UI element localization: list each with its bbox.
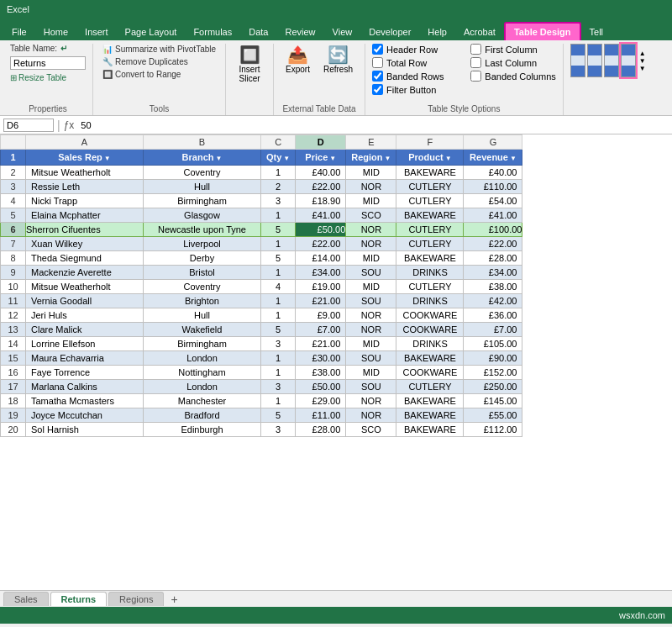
cell-4-G[interactable]: £54.00 <box>464 194 522 208</box>
cell-14-D[interactable]: £21.00 <box>296 337 346 351</box>
add-sheet-button[interactable]: + <box>165 591 182 608</box>
cell-15-D[interactable]: £30.00 <box>296 351 346 366</box>
cell-8-D[interactable]: £14.00 <box>296 251 346 266</box>
cell-20-B[interactable]: Edinburgh <box>144 423 261 437</box>
cell-7-B[interactable]: Liverpool <box>144 237 261 251</box>
filter-button-checkbox[interactable]: Filter Button <box>372 84 556 95</box>
cell-4-F[interactable]: CUTLERY <box>396 194 464 208</box>
cell-8-F[interactable]: BAKEWARE <box>396 251 464 266</box>
ribbon-tab-insert[interactable]: Insert <box>76 24 117 40</box>
insert-slicer-button[interactable]: 🔲 Insert Slicer <box>233 44 266 86</box>
cell-2-E[interactable]: MID <box>346 166 396 180</box>
cell-5-B[interactable]: Glasgow <box>144 208 261 223</box>
col-header-B[interactable]: B <box>144 135 261 150</box>
table-row[interactable]: 12Jeri HulsHull1£9.00NORCOOKWARE£36.00 <box>1 308 522 323</box>
cell-16-A[interactable]: Faye Torrence <box>26 366 144 380</box>
table-header-branch[interactable]: Branch▼ <box>144 150 261 166</box>
table-header-revenue[interactable]: Revenue▼ <box>464 150 522 166</box>
cell-11-E[interactable]: SOU <box>346 294 396 308</box>
cell-3-A[interactable]: Ressie Leth <box>26 180 144 194</box>
convert-to-range-button[interactable]: 🔲 Convert to Range <box>100 69 218 80</box>
ribbon-tab-developer[interactable]: Developer <box>360 24 419 40</box>
cell-16-F[interactable]: COOKWARE <box>396 366 464 380</box>
cell-15-G[interactable]: £90.00 <box>464 351 522 366</box>
cell-19-F[interactable]: BAKEWARE <box>396 408 464 423</box>
cell-20-C[interactable]: 3 <box>261 423 296 437</box>
summarize-pivottable-button[interactable]: 📊 Summarize with PivotTable <box>100 44 218 55</box>
table-style-more-button[interactable]: ▲▼▼ <box>639 50 646 72</box>
cell-12-G[interactable]: £36.00 <box>464 308 522 323</box>
cell-3-D[interactable]: £22.00 <box>296 180 346 194</box>
table-style-swatch-1[interactable] <box>587 44 602 77</box>
cell-2-G[interactable]: £40.00 <box>464 166 522 180</box>
table-row[interactable]: 3Ressie LethHull2£22.00NORCUTLERY£110.00 <box>1 180 522 194</box>
cell-4-D[interactable]: £18.90 <box>296 194 346 208</box>
cell-8-G[interactable]: £28.00 <box>464 251 522 266</box>
cell-6-G[interactable]: £100.00 <box>464 223 522 237</box>
table-header-region[interactable]: Region▼ <box>346 150 396 166</box>
table-row[interactable]: 18Tamatha McmastersManchester1£29.00NORB… <box>1 394 522 408</box>
table-row[interactable]: 11Vernia GoodallBrighton1£21.00SOUDRINKS… <box>1 294 522 308</box>
cell-11-B[interactable]: Brighton <box>144 294 261 308</box>
export-button[interactable]: 📤 Export <box>281 44 315 76</box>
cell-16-C[interactable]: 1 <box>261 366 296 380</box>
cell-7-G[interactable]: £22.00 <box>464 237 522 251</box>
ribbon-tab-formulas[interactable]: Formulas <box>185 24 240 40</box>
row-header-7[interactable]: 7 <box>1 237 26 251</box>
cell-6-A[interactable]: Sherron Cifuentes <box>26 223 144 237</box>
cell-2-F[interactable]: BAKEWARE <box>396 166 464 180</box>
ribbon-tab-help[interactable]: Help <box>419 24 455 40</box>
sheet-tab-returns[interactable]: Returns <box>50 592 108 606</box>
cell-14-E[interactable]: MID <box>346 337 396 351</box>
header-row-checkbox[interactable]: Header Row <box>372 44 457 55</box>
cell-11-F[interactable]: DRINKS <box>396 294 464 308</box>
row-header-19[interactable]: 19 <box>1 408 26 423</box>
cell-10-C[interactable]: 4 <box>261 280 296 294</box>
table-header-qty[interactable]: Qty▼ <box>261 150 296 166</box>
cell-15-E[interactable]: SOU <box>346 351 396 366</box>
cell-17-D[interactable]: £50.00 <box>296 380 346 394</box>
cell-17-E[interactable]: SOU <box>346 380 396 394</box>
table-row[interactable]: 9Mackenzie AveretteBristol1£34.00SOUDRIN… <box>1 266 522 280</box>
cell-14-G[interactable]: £105.00 <box>464 337 522 351</box>
cell-15-F[interactable]: BAKEWARE <box>396 351 464 366</box>
row-header-8[interactable]: 8 <box>1 251 26 266</box>
table-row[interactable]: 19Joyce MccutchanBradford5£11.00NORBAKEW… <box>1 408 522 423</box>
ribbon-tab-view[interactable]: View <box>324 24 361 40</box>
row-header-10[interactable]: 10 <box>1 280 26 294</box>
cell-12-F[interactable]: COOKWARE <box>396 308 464 323</box>
cell-10-F[interactable]: CUTLERY <box>396 280 464 294</box>
cell-7-D[interactable]: £22.00 <box>296 237 346 251</box>
cell-11-C[interactable]: 1 <box>261 294 296 308</box>
cell-14-A[interactable]: Lorrine Ellefson <box>26 337 144 351</box>
cell-18-D[interactable]: £29.00 <box>296 394 346 408</box>
table-style-swatch-0[interactable] <box>570 44 585 77</box>
cell-9-B[interactable]: Bristol <box>144 266 261 280</box>
col-header-D[interactable]: D <box>296 135 346 150</box>
row-header-18[interactable]: 18 <box>1 394 26 408</box>
cell-10-A[interactable]: Mitsue Weatherholt <box>26 280 144 294</box>
cell-4-E[interactable]: MID <box>346 194 396 208</box>
banded-rows-checkbox[interactable]: Banded Rows <box>372 71 457 82</box>
cell-7-F[interactable]: CUTLERY <box>396 237 464 251</box>
cell-7-C[interactable]: 1 <box>261 237 296 251</box>
table-row[interactable]: 15Maura EchavarriaLondon1£30.00SOUBAKEWA… <box>1 351 522 366</box>
row-header-2[interactable]: 2 <box>1 166 26 180</box>
table-style-swatch-2[interactable] <box>604 44 619 77</box>
cell-20-F[interactable]: BAKEWARE <box>396 423 464 437</box>
cell-15-B[interactable]: London <box>144 351 261 366</box>
cell-16-E[interactable]: MID <box>346 366 396 380</box>
cell-17-G[interactable]: £250.00 <box>464 380 522 394</box>
cell-5-F[interactable]: BAKEWARE <box>396 208 464 223</box>
cell-5-D[interactable]: £41.00 <box>296 208 346 223</box>
remove-duplicates-button[interactable]: 🔧 Remove Duplicates <box>100 56 218 67</box>
total-row-checkbox[interactable]: Total Row <box>372 57 457 68</box>
cell-19-E[interactable]: NOR <box>346 408 396 423</box>
cell-reference-input[interactable] <box>3 119 54 132</box>
ribbon-tab-tell[interactable]: Tell <box>581 24 612 40</box>
cell-2-A[interactable]: Mitsue Weatherholt <box>26 166 144 180</box>
cell-17-B[interactable]: London <box>144 380 261 394</box>
table-row[interactable]: 8Theda SiegmundDerby5£14.00MIDBAKEWARE£2… <box>1 251 522 266</box>
cell-8-C[interactable]: 5 <box>261 251 296 266</box>
cell-5-C[interactable]: 1 <box>261 208 296 223</box>
